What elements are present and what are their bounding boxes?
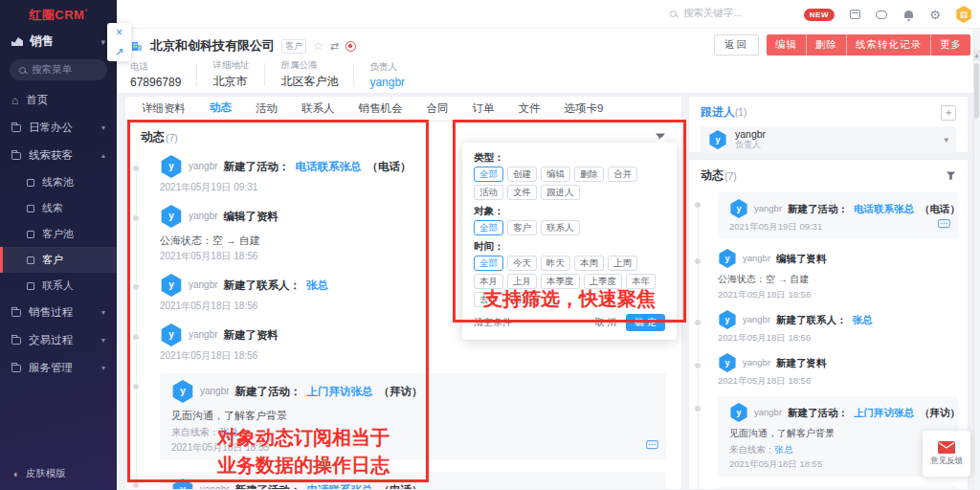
- filter-chip[interactable]: 文件: [507, 185, 537, 200]
- filter-chip[interactable]: 本季度: [541, 274, 580, 289]
- filter-chip[interactable]: 昨天: [541, 256, 570, 271]
- calendar-icon[interactable]: [848, 8, 861, 21]
- feed-timestamp: 2021年05月19日 09:31: [729, 221, 947, 233]
- tab-0[interactable]: 详细资料: [141, 97, 187, 121]
- user-avatar[interactable]: ▤: [955, 6, 972, 23]
- clear-conditions-button[interactable]: 清空条件: [474, 316, 512, 329]
- back-button[interactable]: 返回: [714, 34, 759, 56]
- filter-chip[interactable]: 全部: [474, 220, 503, 235]
- filter-chip[interactable]: 今天: [507, 256, 537, 271]
- filter-chip[interactable]: 全部: [474, 167, 503, 182]
- star-icon[interactable]: ☆: [313, 39, 323, 53]
- gear-icon[interactable]: ⚙: [928, 8, 942, 21]
- feed-record-link[interactable]: 上门拜访张总: [854, 404, 914, 421]
- feed-record-link[interactable]: 电话联系张总: [307, 481, 373, 490]
- filter-chip[interactable]: 全部: [474, 256, 503, 271]
- follower-row[interactable]: y yangbr 负责人 ▾: [701, 126, 956, 153]
- feed-record-link[interactable]: 电话联系张总: [854, 200, 914, 217]
- sidebar-subitem-0[interactable]: 线索池: [0, 169, 117, 195]
- feed-username: yangbr: [754, 404, 782, 421]
- filter-chip[interactable]: 活动: [474, 185, 503, 200]
- action-button-2[interactable]: 线索转化记录: [847, 34, 931, 56]
- comment-icon[interactable]: [646, 437, 658, 455]
- cancel-button[interactable]: 取 消: [594, 316, 616, 329]
- sidebar-item-2[interactable]: 线索获客▴: [0, 142, 117, 169]
- bell-icon[interactable]: [902, 8, 915, 21]
- feed-source-link[interactable]: 张总: [219, 427, 238, 437]
- field-value[interactable]: yangbr: [369, 76, 405, 89]
- filter-chip[interactable]: 合并: [608, 167, 637, 182]
- follow-seal-icon[interactable]: [345, 41, 356, 52]
- tab-3[interactable]: 联系人: [301, 97, 336, 121]
- feed-source-link[interactable]: 张总: [775, 444, 793, 455]
- transfer-icon[interactable]: ⇄: [330, 40, 339, 53]
- app-switcher[interactable]: 销售 ▾: [0, 24, 117, 56]
- filter-group-label: 时间：: [474, 239, 665, 253]
- scrollbar-thumb[interactable]: [974, 63, 979, 119]
- sidebar-search-input[interactable]: 搜索菜单: [10, 59, 107, 80]
- feed-record-link[interactable]: 电话联系张总: [296, 158, 362, 175]
- chevron-down-icon: ▾: [101, 336, 105, 345]
- field-divider: [353, 63, 354, 86]
- filter-chip[interactable]: 上月: [507, 274, 537, 289]
- filter-group-1: 对象：全部客户联系人: [474, 204, 665, 235]
- filter-chip[interactable]: 上季度: [584, 274, 623, 289]
- filter-chip[interactable]: 自定义: [507, 292, 546, 307]
- sidebar-item-4[interactable]: 交易过程▾: [0, 326, 117, 354]
- tab-8[interactable]: 选项卡9: [564, 97, 605, 121]
- filter-chip[interactable]: 客户: [507, 220, 537, 235]
- tab-4[interactable]: 销售机会: [358, 97, 404, 121]
- filter-chip[interactable]: 本月: [474, 274, 503, 289]
- global-search-input[interactable]: 搜索关键字...: [670, 7, 742, 20]
- sidebar-item-0[interactable]: ⌂首页: [0, 86, 117, 114]
- sidebar-search-placeholder: 搜索菜单: [32, 63, 72, 77]
- feed-timestamp: 2021年05月18日 18:56: [718, 332, 958, 344]
- filter-chip[interactable]: 删除: [574, 167, 604, 182]
- filter-chip[interactable]: 去年: [474, 292, 503, 307]
- chevron-down-icon[interactable]: ▾: [944, 135, 948, 145]
- comment-icon[interactable]: [938, 216, 950, 234]
- filter-chips: 全部客户联系人: [474, 217, 665, 235]
- action-button-3[interactable]: 更多: [931, 34, 970, 56]
- tab-6[interactable]: 订单: [472, 97, 496, 121]
- filter-chip[interactable]: 本周: [574, 256, 604, 271]
- skin-template-button[interactable]: ◐ 皮肤模版: [13, 467, 66, 480]
- confirm-button[interactable]: 确 定: [626, 314, 665, 331]
- chevron-down-icon: ▾: [101, 123, 105, 132]
- sidebar-item-3[interactable]: 销售过程▾: [0, 299, 117, 326]
- feed-record-link[interactable]: 张总: [306, 277, 328, 294]
- field-label: 负责人: [369, 61, 405, 74]
- tab-5[interactable]: 合同: [426, 97, 450, 121]
- feedback-button[interactable]: 意见反馈: [923, 431, 970, 477]
- expand-arrow-icon[interactable]: ↗: [115, 47, 123, 57]
- tab-2[interactable]: 活动: [255, 97, 278, 121]
- tab-7[interactable]: 文件: [518, 97, 542, 121]
- filter-chip[interactable]: 跟进人: [541, 185, 580, 200]
- feed-description: 公海状态：空 → 自建: [718, 273, 958, 286]
- filter-chip[interactable]: 联系人: [541, 220, 580, 235]
- sidebar-subitem-1[interactable]: 线索: [0, 195, 117, 221]
- filter-chip[interactable]: 编辑: [541, 167, 570, 182]
- sidebar-item-5[interactable]: 服务管理▾: [0, 354, 117, 382]
- tab-1[interactable]: 动态: [209, 96, 233, 122]
- sidebar-subitem-2[interactable]: 客户池: [0, 221, 117, 247]
- feed-record-link[interactable]: 上门拜访张总: [307, 383, 373, 400]
- folder-icon: [11, 337, 21, 345]
- sidebar-item-1[interactable]: 日常办公▾: [0, 114, 117, 142]
- add-follower-button[interactable]: ＋: [941, 105, 956, 121]
- scroll-up-arrow[interactable]: ▲: [973, 50, 980, 60]
- filter-chip[interactable]: 创建: [507, 167, 537, 182]
- filter-chip[interactable]: 本年: [626, 274, 656, 289]
- filter-funnel-icon[interactable]: [946, 170, 956, 181]
- feed-action-suffix: （拜访）: [379, 383, 423, 400]
- filter-chip[interactable]: 上周: [608, 256, 637, 271]
- sidebar-subitem-3[interactable]: 客户: [0, 247, 117, 273]
- feed-record-link[interactable]: 张总: [853, 311, 873, 328]
- right-feed-title: 动态: [701, 167, 724, 184]
- message-icon[interactable]: [875, 8, 888, 21]
- folder-icon: [11, 152, 21, 160]
- close-icon[interactable]: ×: [116, 27, 122, 38]
- sidebar-subitem-4[interactable]: 联系人: [0, 273, 117, 299]
- action-button-1[interactable]: 删除: [807, 34, 847, 56]
- action-button-0[interactable]: 编辑: [767, 34, 807, 56]
